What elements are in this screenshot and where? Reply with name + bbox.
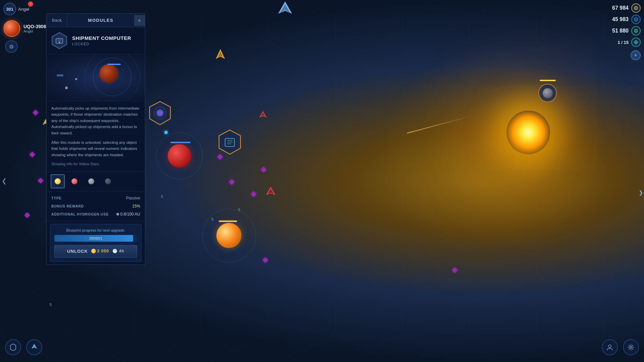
hex-button-2[interactable] [216, 129, 243, 157]
star-type-tabs [47, 172, 145, 191]
preview-bar-2 [57, 74, 63, 76]
bottom-right-icons [602, 339, 639, 355]
planet-status-bar [170, 142, 191, 143]
svg-point-26 [635, 7, 637, 9]
cost-value: 2 000 [97, 249, 109, 253]
notification-badge[interactable]: 301 [3, 3, 16, 15]
nav-indicator-1: 5 [161, 194, 163, 198]
enemy-ship-1 [258, 111, 268, 121]
unlock-section: Blueprint progress for next upgrade: 380… [50, 224, 142, 262]
progress-value: 1 / 15 [618, 40, 629, 45]
nav-num-bottom: 5 [50, 303, 52, 307]
module-icon [51, 32, 68, 49]
tab-red-star[interactable] [67, 174, 82, 188]
nav-indicator-3: 5 [211, 217, 213, 221]
svg-marker-4 [52, 33, 67, 49]
sun-area-object [538, 84, 557, 102]
module-status: LOCKED [72, 42, 131, 46]
bottom-left-icons [5, 339, 42, 355]
stat-bonus: BONUS REWARD 15% [51, 202, 140, 210]
gray-star-dot [88, 178, 94, 184]
notif-count: 7 [28, 1, 33, 7]
svg-marker-29 [635, 29, 637, 32]
top-right-resources: 67 984 45 983 51 880 1 / 15 + [612, 3, 641, 60]
cost-icon [91, 249, 96, 253]
stat-hydrogen: ADDITIONAL HYDROGEN USE 0.8/100 AU [51, 210, 140, 218]
planet-orbit [156, 132, 203, 179]
location-name: UQO-3906 [23, 24, 46, 29]
add-resource-button[interactable]: + [631, 50, 641, 60]
desc-text-2: After this module is unlocked, selecting… [51, 139, 140, 158]
module-panel: Back MODULES × SHIPMENT COMPUTER LOCKED [46, 13, 145, 265]
stat-type: TYPE Passive [51, 194, 140, 202]
stats-section: TYPE Passive BONUS REWARD 15% ADDITIONAL… [47, 191, 145, 221]
module-description: Automatically picks up shipments from in… [47, 101, 145, 172]
star-sun [506, 111, 550, 154]
ship-menu-icon[interactable] [26, 339, 42, 355]
settings-bottom-icon[interactable] [623, 339, 639, 355]
map-planet-red [168, 144, 191, 168]
clock-icon: 🕐 [112, 249, 118, 253]
top-ship-icon [275, 0, 295, 18]
map-ship-top [213, 49, 228, 65]
yellow-star-dot [55, 178, 61, 184]
close-button[interactable]: × [134, 15, 145, 26]
time-value: 4h [119, 249, 124, 253]
resource2-value: 45 983 [612, 16, 629, 22]
small-object-2 [75, 78, 77, 80]
bonus-label: BONUS REWARD [51, 204, 84, 208]
credits-value: 67 984 [612, 5, 629, 11]
panel-title: MODULES [67, 14, 134, 27]
module-header: SHIPMENT COMPUTER LOCKED [47, 27, 145, 54]
resource3-value: 51 880 [612, 28, 629, 34]
unlock-button[interactable]: UNLOCK 2 000 🕐 4h [54, 245, 137, 257]
resource-row-2: 45 983 [612, 15, 641, 24]
hex-menu-icon[interactable] [5, 339, 21, 355]
svg-point-35 [608, 345, 611, 348]
player-name: Angel [18, 7, 29, 12]
svg-point-14 [157, 110, 163, 116]
profile-icon[interactable] [602, 339, 618, 355]
preview-status-bar [107, 64, 121, 65]
blueprint-label: Blueprint progress for next upgrade: [54, 228, 137, 232]
dark-star-dot [105, 178, 111, 184]
showing-info: Showing info for Yellow Stars. [51, 161, 140, 167]
gold-planet-orbit [202, 209, 256, 262]
top-left-ui: 301 7 Angel [0, 0, 33, 18]
progress-icon [631, 38, 641, 47]
right-panel-arrow[interactable]: ❯ [639, 189, 643, 196]
panel-header: Back MODULES × [47, 14, 145, 27]
blueprint-progress-text: 38068/1 [54, 235, 137, 242]
hydrogen-value: 0.8/100 AU [116, 212, 140, 217]
unlock-label: UNLOCK [67, 249, 88, 254]
tab-gray-star[interactable] [84, 174, 98, 188]
resource3-icon [631, 26, 641, 36]
planet-avatar[interactable] [3, 20, 20, 37]
preview-planet-red [100, 64, 118, 83]
resource2-icon [631, 15, 641, 24]
hex-button-1[interactable] [148, 101, 173, 127]
blueprint-progress-bar: 38068/1 [54, 235, 137, 242]
bonus-value: 15% [132, 204, 140, 208]
nav-indicator-2: 5 [238, 208, 240, 212]
settings-icon[interactable]: ⚙ [5, 40, 18, 53]
tab-yellow-star[interactable] [51, 174, 65, 188]
svg-point-8 [59, 42, 60, 43]
svg-point-36 [630, 346, 632, 348]
svg-marker-32 [10, 344, 16, 351]
module-name: SHIPMENT COMPUTER [72, 35, 131, 41]
enemy-ship-2 [265, 186, 277, 199]
unlock-cost: 2 000 [91, 249, 109, 253]
left-chevron-icon[interactable]: ❮ [2, 177, 7, 185]
gold-planet-bar [219, 221, 237, 222]
module-preview [47, 54, 145, 101]
progress-dot-1 [164, 131, 168, 134]
module-title-info: SHIPMENT COMPUTER LOCKED [72, 35, 131, 46]
type-label: TYPE [51, 196, 62, 200]
unlock-time: 🕐 4h [112, 249, 124, 253]
small-object-1 [65, 86, 68, 89]
tab-dark-star[interactable] [101, 174, 115, 188]
progress-row: 1 / 15 [618, 38, 641, 47]
hydrogen-label: ADDITIONAL HYDROGEN USE [51, 212, 109, 216]
back-button[interactable]: Back [47, 14, 67, 27]
